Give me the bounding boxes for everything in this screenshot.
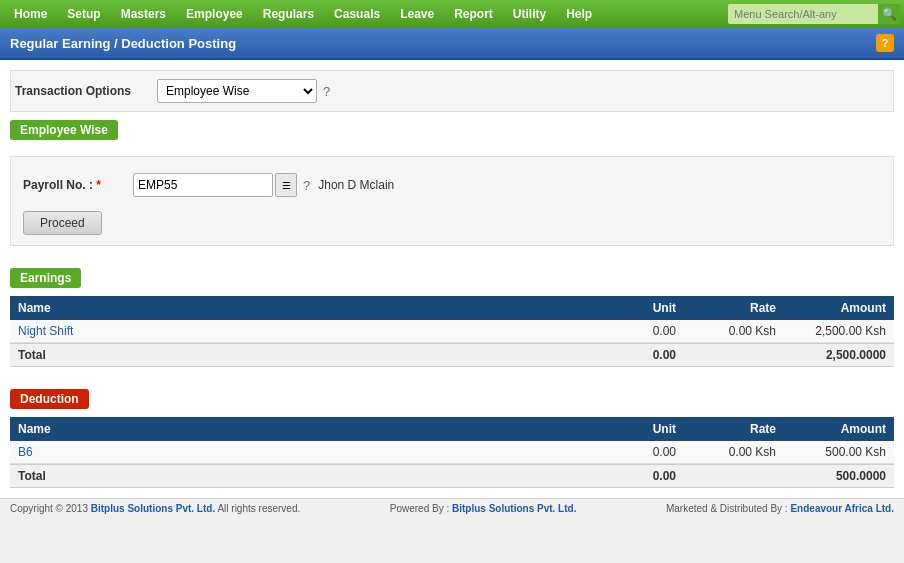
deduction-row-0: B6 0.00 0.00 Ksh 500.00 Ksh [10, 441, 894, 464]
earnings-row-0-amount: 2,500.00 Ksh [776, 324, 886, 338]
nav-search-area: 🔍 [728, 4, 900, 24]
deduction-row-0-amount: 500.00 Ksh [776, 445, 886, 459]
payroll-section: Payroll No. : * ☰ ? Jhon D Mclain Procee… [10, 156, 894, 246]
earnings-row-0: Night Shift 0.00 0.00 Ksh 2,500.00 Ksh [10, 320, 894, 343]
earnings-table-header: Name Unit Rate Amount [10, 296, 894, 320]
deduction-total-row: Total 0.00 500.0000 [10, 464, 894, 488]
footer-powered-by: Powered By : Bitplus Solutions Pvt. Ltd. [390, 503, 577, 514]
required-asterisk: * [93, 178, 101, 192]
deduction-header: Deduction [10, 389, 89, 409]
earnings-header: Earnings [10, 268, 81, 288]
nav-search-button[interactable]: 🔍 [878, 4, 900, 24]
deduction-row-0-name: B6 [18, 445, 596, 459]
page-title: Regular Earning / Deduction Posting [10, 36, 236, 51]
payroll-list-button[interactable]: ☰ [275, 173, 297, 197]
nav-casuals[interactable]: Casuals [324, 0, 390, 28]
deduction-total-label: Total [18, 469, 596, 483]
nav-search-input[interactable] [728, 4, 878, 24]
earnings-total-amount: 2,500.0000 [776, 348, 886, 362]
deduction-col-unit: Unit [596, 422, 676, 436]
nav-help[interactable]: Help [556, 0, 602, 28]
earnings-col-unit: Unit [596, 301, 676, 315]
payroll-row: Payroll No. : * ☰ ? Jhon D Mclain [19, 165, 885, 205]
earnings-section: Earnings Name Unit Rate Amount Night Shi… [10, 268, 894, 367]
deduction-col-name: Name [18, 422, 596, 436]
nav-regulars[interactable]: Regulars [253, 0, 324, 28]
payroll-help-icon[interactable]: ? [303, 178, 310, 193]
footer-marketed-by: Marketed & Distributed By : Endeavour Af… [666, 503, 894, 514]
footer: Copyright © 2013 Bitplus Solutions Pvt. … [0, 498, 904, 518]
footer-copyright: Copyright © 2013 Bitplus Solutions Pvt. … [10, 503, 300, 514]
earnings-total-unit: 0.00 [596, 348, 676, 362]
deduction-row-0-unit: 0.00 [596, 445, 676, 459]
deduction-row-0-rate: 0.00 Ksh [676, 445, 776, 459]
nav-setup[interactable]: Setup [57, 0, 110, 28]
proceed-button[interactable]: Proceed [23, 211, 102, 235]
deduction-total-unit: 0.00 [596, 469, 676, 483]
footer-powered-company: Bitplus Solutions Pvt. Ltd. [452, 503, 576, 514]
proceed-row: Proceed [19, 209, 885, 237]
nav-home[interactable]: Home [4, 0, 57, 28]
earnings-row-0-rate: 0.00 Ksh [676, 324, 776, 338]
earnings-col-amount: Amount [776, 301, 886, 315]
page-header: Regular Earning / Deduction Posting ? [0, 28, 904, 60]
payroll-input[interactable] [133, 173, 273, 197]
main-content: Transaction Options Employee Wise Depart… [0, 60, 904, 498]
deduction-section: Deduction Name Unit Rate Amount B6 0.00 … [10, 389, 894, 488]
nav-employee[interactable]: Employee [176, 0, 253, 28]
deduction-col-rate: Rate [676, 422, 776, 436]
transaction-options-select[interactable]: Employee Wise Department Wise All Employ… [157, 79, 317, 103]
earnings-total-label: Total [18, 348, 596, 362]
nav-report[interactable]: Report [444, 0, 503, 28]
footer-company: Bitplus Solutions Pvt. Ltd. [91, 503, 215, 514]
deduction-total-amount: 500.0000 [776, 469, 886, 483]
nav-masters[interactable]: Masters [111, 0, 176, 28]
payroll-label: Payroll No. : * [23, 178, 123, 192]
page-help-button[interactable]: ? [876, 34, 894, 52]
transaction-options-label: Transaction Options [15, 84, 145, 98]
earnings-row-0-name: Night Shift [18, 324, 596, 338]
transaction-help-icon[interactable]: ? [323, 84, 330, 99]
nav-utility[interactable]: Utility [503, 0, 556, 28]
employee-name: Jhon D Mclain [318, 178, 394, 192]
deduction-col-amount: Amount [776, 422, 886, 436]
employee-wise-header: Employee Wise [10, 120, 118, 140]
nav-leave[interactable]: Leave [390, 0, 444, 28]
earnings-total-row: Total 0.00 2,500.0000 [10, 343, 894, 367]
footer-marketed-company: Endeavour Africa Ltd. [790, 503, 894, 514]
navbar: Home Setup Masters Employee Regulars Cas… [0, 0, 904, 28]
transaction-options-row: Transaction Options Employee Wise Depart… [10, 70, 894, 112]
deduction-table-header: Name Unit Rate Amount [10, 417, 894, 441]
earnings-col-rate: Rate [676, 301, 776, 315]
earnings-col-name: Name [18, 301, 596, 315]
earnings-row-0-unit: 0.00 [596, 324, 676, 338]
